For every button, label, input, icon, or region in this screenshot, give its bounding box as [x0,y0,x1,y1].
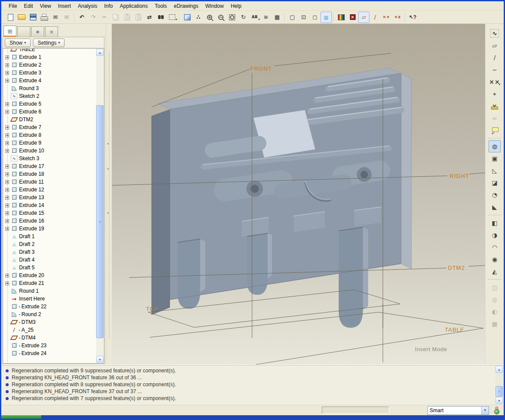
tree-item[interactable]: A_25 [3,326,96,334]
zoom-out-button[interactable]: − [215,12,227,23]
table-plane-label[interactable]: TABLE [445,326,464,333]
expander-icon[interactable] [5,79,9,83]
settings-button[interactable]: Settings [33,39,65,47]
tree-item[interactable]: TABLE [3,49,96,53]
view-manager-button[interactable]: ▦ [272,12,283,23]
datum-point-tool-button[interactable]: ×× [489,76,501,88]
message-scrollbar[interactable]: ▲ ▼ [495,366,503,404]
menu-item[interactable]: View [37,2,54,10]
tree-item[interactable]: Extrude 21 [3,279,96,287]
tree-item[interactable]: Draft 1 [3,233,96,240]
appearances-button[interactable] [336,12,347,23]
tree-item[interactable]: Draft 3 [3,248,96,256]
datum-plane-tool-button[interactable]: ▱ [489,39,501,52]
menu-item[interactable]: Edit [21,2,36,10]
save-file-button[interactable] [27,12,39,23]
tree-item[interactable]: Draft 2 [3,240,96,248]
part-model[interactable] [152,68,411,328]
tree-item[interactable]: Extrude 19 [3,225,96,233]
expand-right-icon[interactable]: › [107,211,109,215]
tree-item[interactable]: Extrude 18 [3,170,96,178]
new-file-button[interactable] [5,12,16,23]
hide-datums-button[interactable]: × [347,12,358,23]
revolve-tool-button[interactable]: ◑ [489,229,501,241]
tree-scrollbar[interactable]: ▲ ▼ [96,49,104,363]
top-plane-label[interactable]: TOP [146,306,159,312]
csys-display-button[interactable]: ×z [392,12,403,23]
refit-button[interactable] [227,12,238,23]
chevron-down-icon[interactable]: ▼ [481,407,489,414]
round-tool-button[interactable]: ◔ [489,189,501,201]
menu-item[interactable]: Tools [152,2,170,10]
tab-folder-browser[interactable] [17,26,30,37]
sketch-tool-button[interactable]: ∿ [489,27,501,39]
regenerate-button[interactable]: ⇄ [144,12,155,23]
tree-item[interactable]: Extrude 15 [3,209,96,217]
expander-icon[interactable] [5,188,9,192]
hidden-line-display-button[interactable]: ⊡ [298,12,309,23]
menu-item[interactable]: Window [202,2,227,10]
expander-icon[interactable] [5,281,9,285]
tab-utilities[interactable]: × [45,26,58,37]
expand-right-icon[interactable]: › [107,167,109,171]
reorient-button[interactable]: ↻ [238,12,249,23]
saved-views-button[interactable]: AB [249,12,260,23]
dtm2-plane-label[interactable]: DTM2 [448,265,465,271]
style-tool-button[interactable]: ◭ [489,265,501,278]
show-button[interactable]: Show [5,39,31,47]
tree-item[interactable]: Extrude 1 [3,53,96,61]
tree-item[interactable]: Extrude 11 [3,178,96,186]
chamfer-tool-button[interactable]: ◣ [489,201,501,213]
selection-filter-icon[interactable] [492,407,500,414]
scroll-down-icon[interactable]: ▼ [495,397,503,404]
selection-filter-combobox[interactable]: Smart ▼ [427,406,489,415]
tree-item[interactable]: Extrude 24 [3,349,96,357]
tree-item[interactable]: Extrude 3 [3,69,96,77]
tree-item[interactable]: DTM4 [3,334,96,342]
extrude-tool-button[interactable]: ◧ [489,217,501,229]
datum-curve-tool-button[interactable]: ∼ [489,64,501,76]
select-special-button[interactable] [166,12,178,23]
note-tool-button[interactable]: ↙ [489,124,501,136]
menu-item[interactable]: Help [228,2,245,10]
expander-icon[interactable] [5,219,9,223]
tree-item[interactable]: Round 3 [3,84,96,92]
datum-axis-tool-button[interactable]: ∕ [489,52,501,64]
tree-item[interactable]: Extrude 22 [3,303,96,310]
open-file-button[interactable] [16,12,27,23]
expander-icon[interactable] [5,165,9,168]
tree-item[interactable]: Extrude 8 [3,131,96,139]
scroll-down-icon[interactable]: ▼ [96,356,104,363]
collapse-left-icon[interactable]: ‹ [107,142,109,146]
expander-icon[interactable] [5,126,9,129]
expander-icon[interactable] [5,172,9,176]
undo-button[interactable]: ↶ [76,12,87,23]
tree-item[interactable]: Extrude 13 [3,194,96,201]
expander-icon[interactable] [5,211,9,215]
scrollbar-thumb[interactable] [96,105,104,338]
tree-item[interactable]: Extrude 6 [3,108,96,116]
tree-item[interactable]: Extrude 5 [3,100,96,108]
tree-item[interactable]: Extrude 12 [3,186,96,194]
blend-tool-button[interactable]: ◉ [489,253,501,265]
find-button[interactable] [155,12,166,23]
tree-item[interactable]: Extrude 4 [3,77,96,84]
rib-tool-button[interactable]: ◺ [489,165,501,177]
front-plane-label[interactable]: FRONT [250,65,272,72]
menu-item[interactable]: Analysis [75,2,100,10]
expander-icon[interactable] [5,102,9,106]
model-canvas[interactable]: FRONT RIGHT DTM2 TOP TABLE Insert Mode [112,24,485,365]
tree-item[interactable]: Round 2 [3,310,96,318]
graphics-viewport[interactable]: FRONT RIGHT DTM2 TOP TABLE Insert Mode [112,24,485,365]
right-plane-label[interactable]: RIGHT [450,173,469,179]
scroll-up-icon[interactable]: ▲ [495,366,503,373]
tree-item[interactable]: Sketch 2 [3,92,96,100]
sketched-point-tool-button[interactable]: × [489,100,501,112]
tree-item[interactable]: Extrude 2 [3,61,96,69]
tree-item[interactable]: Extrude 10 [3,147,96,155]
tree-item[interactable]: Round 1 [3,287,96,295]
expander-icon[interactable] [5,274,9,278]
tree-item[interactable]: Extrude 23 [3,342,96,349]
no-hidden-display-button[interactable]: ◻ [309,12,320,23]
tree-item[interactable]: Extrude 17 [3,162,96,170]
